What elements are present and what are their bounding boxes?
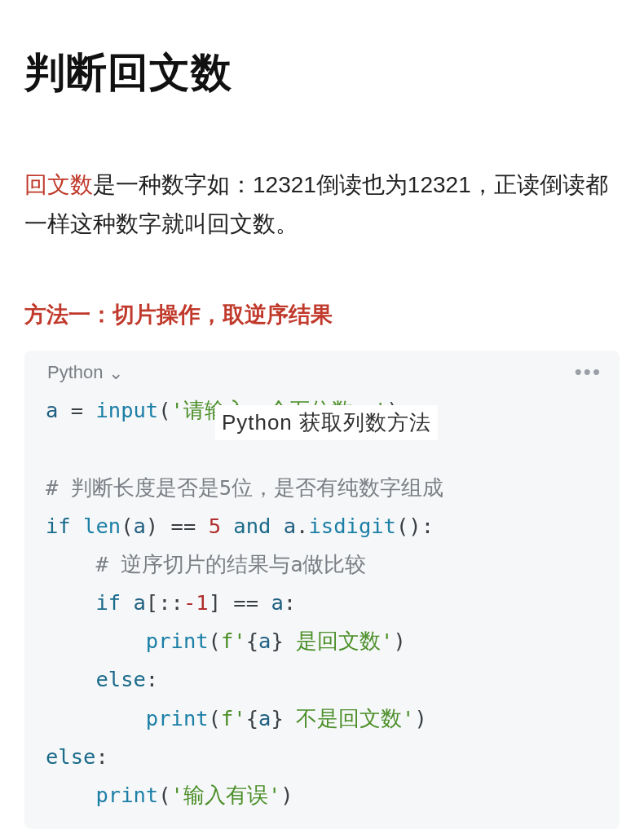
term-keyword: 回文数: [24, 172, 93, 197]
language-label: Python: [47, 362, 104, 383]
page-title: 判断回文数: [24, 46, 620, 100]
overlay-text: Python 获取列数方法: [215, 405, 438, 440]
code-content: a = input('请输入一个五位数：') # 判断长度是否是5位，是否有纯数…: [24, 388, 620, 829]
chevron-down-icon: ⌄: [108, 363, 123, 384]
palindrome-description: 回文数是一种数字如：12321倒读也为12321，正读倒读都一样这种数字就叫回文…: [24, 165, 620, 243]
code-header: Python ⌄ •••: [24, 351, 620, 388]
more-icon[interactable]: •••: [575, 366, 603, 379]
language-dropdown[interactable]: Python ⌄: [47, 362, 123, 383]
term-rest: 是一种数字如：12321倒读也为12321，正读倒读都一样这种数字就叫回文数。: [24, 172, 608, 236]
method-heading: 方法一：切片操作，取逆序结果: [24, 300, 620, 329]
